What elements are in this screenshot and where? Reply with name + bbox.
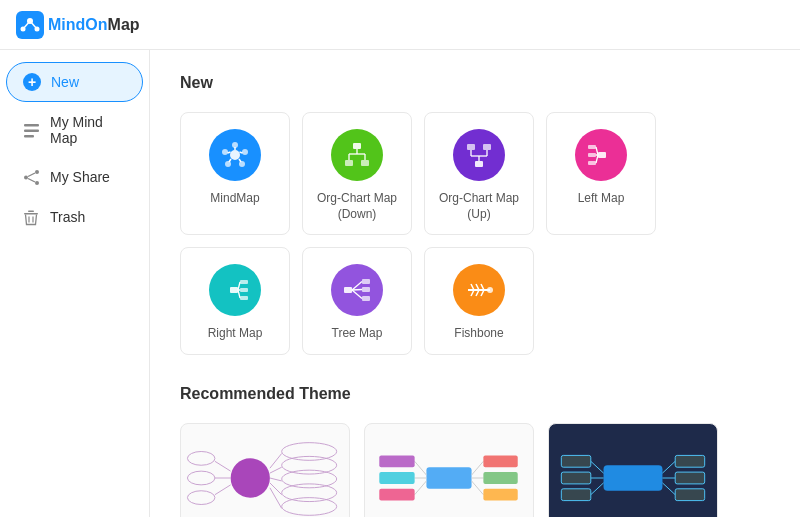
orgup-icon-circle [453, 129, 505, 181]
svg-line-88 [270, 488, 282, 509]
svg-line-83 [215, 485, 231, 495]
svg-line-61 [352, 282, 362, 291]
map-card-fishbone[interactable]: Fishbone [424, 247, 534, 355]
mindmap-icon-circle [209, 129, 261, 181]
sidebar-item-new[interactable]: + New [6, 62, 143, 102]
map-card-treemap[interactable]: Tree Map [302, 247, 412, 355]
logo-text: MindOnMap [48, 16, 140, 34]
svg-rect-104 [379, 489, 414, 501]
svg-line-27 [229, 159, 231, 162]
svg-line-85 [270, 467, 282, 473]
svg-line-28 [228, 152, 231, 153]
orgdown-icon-circle [331, 129, 383, 181]
svg-rect-119 [561, 472, 590, 484]
svg-line-117 [591, 483, 604, 495]
main-layout: + New My Mind Map [0, 50, 800, 517]
theme-section-title: Recommended Theme [180, 385, 770, 403]
svg-point-79 [187, 471, 214, 485]
treemap-icon-circle [331, 264, 383, 316]
svg-rect-0 [16, 11, 44, 39]
svg-point-9 [35, 170, 39, 174]
treemap-label: Tree Map [332, 326, 383, 342]
svg-rect-44 [588, 145, 596, 149]
svg-line-26 [239, 159, 241, 162]
map-type-grid: MindMap Org-Chart Map (Down) [180, 112, 770, 355]
sidebar-item-my-share[interactable]: My Share [6, 158, 143, 196]
logo-icon [16, 11, 44, 39]
svg-rect-37 [467, 144, 475, 150]
theme-card-1[interactable] [180, 423, 350, 517]
svg-rect-45 [588, 153, 596, 157]
orgdown-label: Org-Chart Map (Down) [313, 191, 401, 222]
svg-line-95 [472, 481, 484, 495]
svg-rect-120 [561, 489, 590, 501]
svg-point-22 [225, 161, 231, 167]
svg-point-75 [282, 470, 337, 488]
svg-line-86 [270, 478, 282, 481]
svg-rect-103 [379, 472, 414, 484]
svg-line-54 [238, 282, 240, 290]
svg-rect-53 [240, 296, 248, 300]
svg-point-23 [222, 149, 228, 155]
svg-rect-113 [675, 472, 704, 484]
my-mind-map-icon [22, 121, 40, 139]
svg-line-25 [240, 152, 243, 153]
sidebar: + New My Mind Map [0, 50, 150, 517]
svg-line-84 [270, 453, 282, 468]
map-card-rightmap[interactable]: Right Map [180, 247, 290, 355]
svg-rect-57 [344, 287, 352, 293]
svg-rect-7 [24, 129, 39, 132]
svg-rect-15 [28, 210, 34, 212]
svg-point-76 [282, 484, 337, 502]
svg-line-109 [662, 461, 675, 473]
svg-point-18 [230, 150, 240, 160]
map-card-orgup[interactable]: Org-Chart Map (Up) [424, 112, 534, 235]
svg-rect-114 [675, 489, 704, 501]
svg-rect-96 [483, 455, 517, 467]
svg-rect-112 [675, 455, 704, 467]
svg-point-11 [35, 181, 39, 185]
svg-line-56 [238, 290, 240, 298]
svg-line-62 [352, 290, 362, 291]
sidebar-item-new-label: New [51, 74, 79, 90]
svg-rect-98 [483, 489, 517, 501]
svg-line-99 [415, 461, 427, 475]
theme-card-2[interactable] [364, 423, 534, 517]
orgup-label: Org-Chart Map (Up) [435, 191, 523, 222]
svg-line-101 [415, 481, 427, 495]
svg-rect-92 [426, 467, 471, 489]
svg-point-78 [187, 451, 214, 465]
main-content: New [150, 50, 800, 517]
new-section-title: New [180, 74, 770, 92]
svg-line-13 [28, 178, 35, 182]
svg-point-74 [282, 456, 337, 474]
svg-rect-38 [483, 144, 491, 150]
sidebar-item-my-share-label: My Share [50, 169, 110, 185]
svg-line-93 [472, 461, 484, 475]
svg-point-20 [242, 149, 248, 155]
svg-line-81 [215, 461, 231, 471]
rightmap-icon-circle [209, 264, 261, 316]
svg-line-47 [596, 147, 598, 155]
sidebar-item-trash-label: Trash [50, 209, 85, 225]
logo: MindOnMap [16, 11, 140, 39]
map-card-mindmap[interactable]: MindMap [180, 112, 290, 235]
sidebar-item-trash[interactable]: Trash [6, 198, 143, 236]
mindmap-label: MindMap [210, 191, 259, 207]
fishbone-label: Fishbone [454, 326, 503, 342]
svg-rect-31 [361, 160, 369, 166]
svg-line-87 [270, 483, 282, 495]
svg-line-49 [596, 155, 598, 163]
svg-rect-46 [588, 161, 596, 165]
theme-card-3[interactable] [548, 423, 718, 517]
map-card-orgdown[interactable]: Org-Chart Map (Down) [302, 112, 412, 235]
map-card-leftmap[interactable]: Left Map [546, 112, 656, 235]
sidebar-item-my-mind-map[interactable]: My Mind Map [6, 104, 143, 156]
svg-point-77 [282, 497, 337, 515]
svg-rect-118 [561, 455, 590, 467]
new-icon: + [23, 73, 41, 91]
svg-point-10 [24, 175, 28, 179]
svg-rect-6 [24, 124, 39, 127]
fishbone-icon-circle [453, 264, 505, 316]
svg-point-71 [487, 287, 493, 293]
